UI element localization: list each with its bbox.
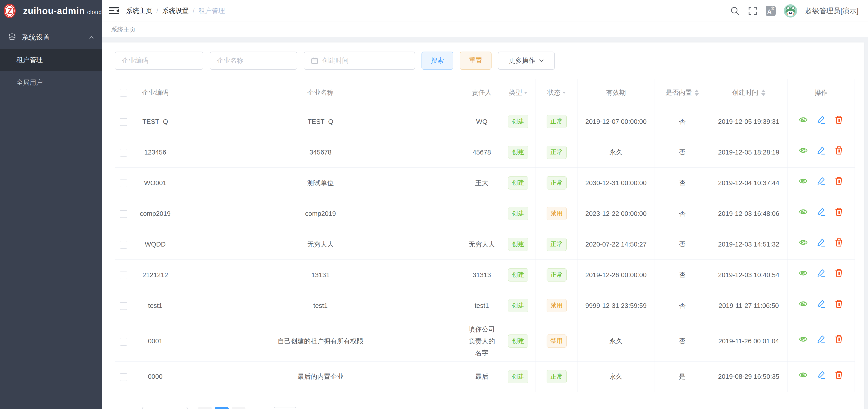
sidebar-fold-icon[interactable] — [109, 6, 119, 16]
row-checkbox[interactable] — [120, 373, 127, 381]
cell-company-code: 0000 — [132, 361, 178, 392]
row-checkbox[interactable] — [120, 241, 127, 248]
view-icon[interactable] — [799, 115, 808, 128]
edit-icon[interactable] — [816, 146, 826, 159]
tenant-table: 企业编码 企业名称 责任人 类型 状态 有效期 是否内置 创建时间 操作 — [115, 79, 855, 392]
cell-owner: 45678 — [463, 137, 501, 168]
fullscreen-icon[interactable] — [748, 6, 757, 16]
status-badge: 正常 — [547, 268, 567, 281]
create-time-input[interactable]: 创建时间 — [304, 52, 415, 70]
sidebar-item-label: 租户管理 — [17, 56, 43, 65]
company-code-input[interactable]: 企业编码 — [115, 52, 203, 70]
search-icon[interactable] — [730, 6, 740, 16]
table-row: 0001 自己创建的租户拥有所有权限 填你公司负责人的名字 创建 禁用 永久 否… — [115, 321, 855, 362]
edit-icon[interactable] — [816, 299, 826, 312]
prev-page-button[interactable] — [198, 407, 212, 409]
edit-icon[interactable] — [816, 335, 826, 347]
avatar[interactable] — [784, 4, 797, 18]
sidebar-group-system-settings[interactable]: 系统设置 — [0, 26, 102, 48]
sidebar-item-tenant-management[interactable]: 租户管理 — [0, 48, 102, 71]
type-badge: 创建 — [508, 176, 528, 190]
delete-icon[interactable] — [834, 370, 843, 383]
row-checkbox[interactable] — [120, 302, 127, 310]
sort-icons[interactable] — [695, 90, 699, 96]
tab-system-home[interactable]: 系统主页 — [102, 22, 145, 37]
goto-page-input[interactable] — [274, 407, 297, 409]
cell-owner — [463, 198, 501, 229]
delete-icon[interactable] — [834, 299, 843, 312]
row-checkbox[interactable] — [120, 149, 127, 157]
filter-caret-icon[interactable] — [524, 92, 527, 94]
brand-suffix: cloud — [87, 9, 102, 15]
sidebar-menu: 系统设置 租户管理 全局用户 — [0, 26, 102, 94]
cell-company-name: test1 — [178, 291, 463, 321]
tabbar: 系统主页 — [102, 22, 868, 37]
header-builtin[interactable]: 是否内置 — [654, 79, 710, 106]
header-status[interactable]: 状态 — [535, 79, 578, 106]
delete-icon[interactable] — [834, 115, 843, 128]
view-icon[interactable] — [799, 146, 808, 159]
edit-icon[interactable] — [816, 238, 826, 251]
table-row: TEST_Q TEST_Q WQ 创建 正常 2019-12-07 00:00:… — [115, 106, 855, 137]
edit-icon[interactable] — [816, 115, 826, 128]
cell-company-code: 2121212 — [132, 260, 178, 291]
cell-builtin: 否 — [654, 198, 710, 229]
row-checkbox[interactable] — [120, 272, 127, 279]
cell-owner: 王大 — [463, 168, 501, 198]
reset-button[interactable]: 重置 — [460, 52, 492, 70]
cell-builtin: 否 — [654, 106, 710, 137]
select-all-checkbox[interactable] — [120, 89, 127, 97]
cell-company-name: 345678 — [178, 137, 463, 168]
brand-title: zuihou-admincloud — [23, 6, 102, 16]
edit-icon[interactable] — [816, 370, 826, 383]
view-icon[interactable] — [799, 370, 808, 383]
edit-icon[interactable] — [816, 207, 826, 220]
row-checkbox[interactable] — [120, 338, 127, 346]
page-1-button[interactable]: 1 — [215, 407, 228, 409]
edit-icon[interactable] — [816, 269, 826, 281]
header-created[interactable]: 创建时间 — [710, 79, 787, 106]
delete-icon[interactable] — [834, 176, 843, 189]
view-icon[interactable] — [799, 299, 808, 312]
cell-company-name: 最后的内置企业 — [178, 361, 463, 392]
cell-company-name: 测试单位 — [178, 168, 463, 198]
company-name-input[interactable]: 企业名称 — [210, 52, 297, 70]
header-type[interactable]: 类型 — [501, 79, 535, 106]
sidebar-item-global-users[interactable]: 全局用户 — [0, 71, 102, 94]
cell-builtin: 否 — [654, 168, 710, 198]
cell-company-code: TEST_Q — [132, 106, 178, 137]
view-icon[interactable] — [799, 335, 808, 347]
filter-caret-icon[interactable] — [562, 92, 566, 94]
row-checkbox[interactable] — [120, 118, 127, 126]
status-badge: 正常 — [547, 238, 567, 251]
search-button[interactable]: 搜索 — [422, 52, 453, 70]
row-checkbox[interactable] — [120, 210, 127, 218]
delete-icon[interactable] — [834, 146, 843, 159]
more-actions-button[interactable]: 更多操作 — [498, 52, 555, 70]
breadcrumb-home[interactable]: 系统主页 — [126, 6, 152, 15]
delete-icon[interactable] — [834, 269, 843, 281]
delete-icon[interactable] — [834, 238, 843, 251]
delete-icon[interactable] — [834, 207, 843, 220]
sort-icons[interactable] — [761, 90, 766, 96]
page-size-select[interactable]: 10条/页 — [142, 407, 188, 409]
view-icon[interactable] — [799, 176, 808, 189]
edit-icon[interactable] — [816, 176, 826, 189]
status-badge: 正常 — [547, 146, 567, 159]
cell-validity: 永久 — [578, 361, 654, 392]
type-badge: 创建 — [508, 146, 528, 159]
next-page-button[interactable] — [232, 407, 245, 409]
view-icon[interactable] — [799, 207, 808, 220]
row-checkbox[interactable] — [120, 179, 127, 187]
pagination: 共 9 条 10条/页 1 — [115, 407, 855, 409]
breadcrumb-system-settings[interactable]: 系统设置 — [162, 6, 189, 15]
cell-company-code: comp2019 — [132, 198, 178, 229]
delete-icon[interactable] — [834, 335, 843, 347]
view-icon[interactable] — [799, 238, 808, 251]
table-row: 2121212 13131 31313 创建 正常 2019-12-26 00:… — [115, 260, 855, 291]
language-icon[interactable]: A 文 — [766, 6, 776, 16]
username[interactable]: 超级管理员[演示] — [805, 6, 859, 16]
breadcrumb-separator: / — [193, 7, 195, 14]
view-icon[interactable] — [799, 269, 808, 281]
cell-owner: test1 — [463, 291, 501, 321]
